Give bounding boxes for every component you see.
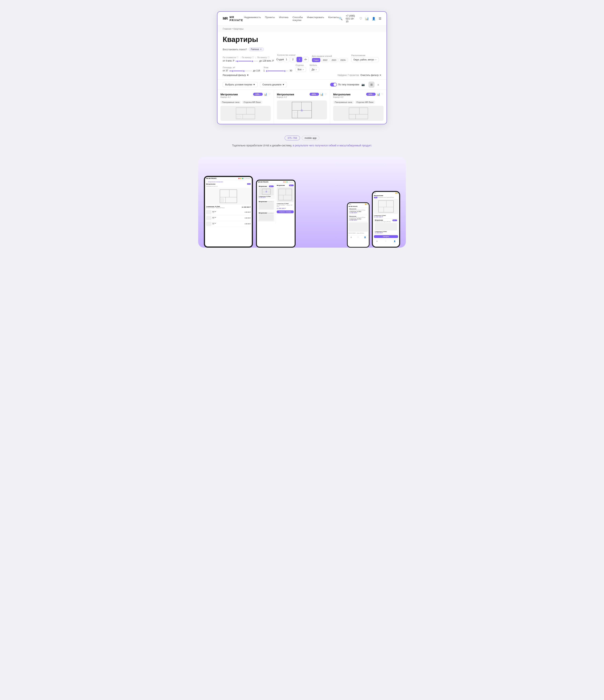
key-btn-2023[interactable]: 2023 [330,58,338,62]
nav-links: Недвижимость Проекты Ипотека Способы пок… [244,16,339,22]
tablet-badge: 0% [247,183,251,185]
bottom-heart-icon[interactable]: ♡ [357,236,359,238]
svg-rect-8 [292,102,301,110]
toggle-switch[interactable] [330,83,337,86]
bottom-user-icon[interactable]: 👤 [364,236,366,238]
phone-card-1[interactable]: Метрополия Панорамные окна Отделка MR Ba… [349,207,368,214]
property-card-3[interactable]: Метрополия Корпус 4.2 -10% ↑ 📊 ♡ Панорам… [330,90,387,124]
key-btn-2022[interactable]: 2022 [321,58,329,62]
price-range-bar[interactable] [236,61,258,61]
svg-rect-15 [349,108,359,114]
tablet-list-item-1[interactable]: 46,7 м² 9/30 2 325 000 Р [206,209,251,215]
nav-icons: 🔍 +7 (495) 021-19-15 ♡ 📊 👤 ☰ [339,14,381,23]
list-floor-3: 9/30 [212,224,216,225]
key-btn-handed[interactable]: Сдан [312,58,320,62]
advanced-filter-toggle[interactable]: Расширенный фильтр ▼ [223,74,249,76]
metro-card-3[interactable]: Метрополия Панорамные [258,211,274,222]
pcard-2-price-val: 11 330 303 Р [349,220,367,221]
right-badge: 0% ♡ [289,184,294,186]
search-icon[interactable]: 🔍 [339,17,343,20]
clear-filter-button[interactable]: Очистить фильтр ✕ [360,74,381,76]
chart-icon[interactable]: 📊 [365,17,369,20]
phone-large-cta-button[interactable]: Смотреть [374,235,398,238]
room-btn-4plus[interactable]: 4+ [303,57,309,62]
dot-red [238,178,239,179]
tablet-logo: MR MR PRIVATE [206,178,216,179]
card-3-heart-icon[interactable]: ♡ [381,93,384,96]
filter-group-furniture: Мебель Да ▼ [310,64,319,72]
down-info-icon: ⓘ [252,56,254,59]
tablet-med-user: А. Очетчик... [288,181,293,183]
location-arrow-icon: ▼ [375,59,377,61]
tablet-back-row[interactable]: ← Метрополия планировки [206,181,251,182]
property-card-2[interactable]: Метрополия Корпус 4.2 -10% ↑ 📊 ♡ [274,90,330,124]
tablet-list-item-2[interactable]: 46,7 м² 9/30 2 325 000 Р [206,215,251,221]
card-3-header: Метрополия Корпус 4.2 -10% ↑ 📊 ♡ [333,93,384,100]
tablet-list-item-3[interactable]: 46,7 м² 9/30 2 325 000 Р [206,221,251,227]
metro-label-3: Панорамные [267,212,274,214]
famous-tag-close[interactable]: ✕ [260,48,262,51]
nav-link-projects[interactable]: Проекты [265,16,275,22]
status-icons-large: 📶🔋 [395,193,398,194]
room-btn-studio[interactable]: Студия [277,57,283,62]
card-1-chart-icon[interactable]: 📊 [264,93,267,96]
sort-bar: Выбрать условия покупки ▼ Сначала дешевл… [217,79,387,90]
ph-bottom-home[interactable]: ⊞ [376,241,378,242]
mini-thumb-1 [206,210,211,214]
card-2-heart-icon[interactable]: ♡ [324,93,327,96]
nav-link-mortgage[interactable]: Ипотека [279,16,288,22]
mini-plan-svg-1 [262,188,271,195]
card-3-chart-icon[interactable]: 📊 [377,93,380,96]
right-floor-svg [278,188,293,201]
metro-card-2[interactable]: Метрополия Панорамные [258,200,274,210]
user-icon[interactable]: 👤 [372,17,376,20]
phone-small: 9:41 📶🔋 MR MR PRIVATE Метрополия Панорам… [347,202,370,248]
furniture-select[interactable]: Да ▼ [310,67,319,72]
card-2-floor-plan [290,101,313,119]
show-more-button[interactable]: Показать похожие [277,210,294,213]
room-btn-2[interactable]: 2 [290,57,296,62]
nav-link-realty[interactable]: Недвижимость [244,16,261,22]
result-info: Найдено 7 проектов Очистить фильтр ✕ [338,74,381,76]
card-3-title: Метрополия [333,93,350,96]
description-text: Тщательно проработали UI-kit и дизайн-си… [217,143,387,148]
card-2-chart-icon[interactable]: 📊 [320,93,323,96]
metro-card-1[interactable]: Метрополия 0% ♡ [258,184,274,199]
phone-card-2[interactable]: Метрополия Панорамные окна Отделка MR Ba… [349,215,368,222]
version-tag-0[interactable]: 375–768 [285,135,300,140]
svg-rect-35 [378,201,386,207]
key-btn-2024[interactable]: 2024+ [339,58,348,62]
svg-rect-4 [243,114,255,119]
phone-large-screen: 9:41 📶🔋 Метрополия 0% Панорамные окна От… [373,192,399,247]
ph-bottom-user[interactable]: 👤 [394,241,396,242]
room-btn-3[interactable]: 3 [296,57,302,62]
menu-icon[interactable]: ☰ [378,17,381,20]
bottom-home-icon[interactable]: ⊞ [350,236,352,238]
floor-range-bar[interactable] [266,71,288,71]
card-1-subtitle: Корпус 4.2 [220,96,238,98]
room-btn-1[interactable]: 1 [284,57,289,62]
svg-rect-16 [359,108,368,114]
property-card-1[interactable]: Метрополия Корпус 4.2 -10% ↑ 📊 ♡ Панорам… [217,90,274,124]
price-sort-dropdown[interactable]: Сначала дешевле ▼ [260,82,287,87]
nav-link-invest[interactable]: Инвестировать [307,16,324,22]
card-1-heart-icon[interactable]: ♡ [268,93,271,96]
phone-large-card-2[interactable]: Метрополия 0% ♡ Панорамные окна Отделка … [374,219,398,234]
location-dropdown[interactable]: Округ, район, метро ▼ [351,57,379,62]
version-tag-1[interactable]: mobile app [302,135,319,140]
grid-view-button[interactable]: ⊞ [368,82,374,88]
famous-tag[interactable]: Famous ✕ [249,47,264,51]
finish-select[interactable]: Все ▼ [295,67,306,72]
ph-bottom-heart[interactable]: ♡ [385,241,386,242]
price-chevron-icon: ▼ [282,83,285,86]
buy-conditions-dropdown[interactable]: Выбрать условия покупки ▼ [223,82,258,87]
phone-card-2-price: 11 330 303 Р [375,232,397,233]
mini-price-purple: 11 330 303 Р [259,197,274,198]
nav-link-buy[interactable]: Способы покупки [293,16,303,22]
area-range-bar[interactable] [229,71,252,71]
nav-link-contacts[interactable]: Контакты [328,16,339,22]
svg-rect-36 [386,201,394,207]
heart-icon[interactable]: ♡ [359,17,362,20]
camera-icon[interactable]: 📷 [362,83,365,86]
list-view-button[interactable]: ≡ [375,82,381,88]
